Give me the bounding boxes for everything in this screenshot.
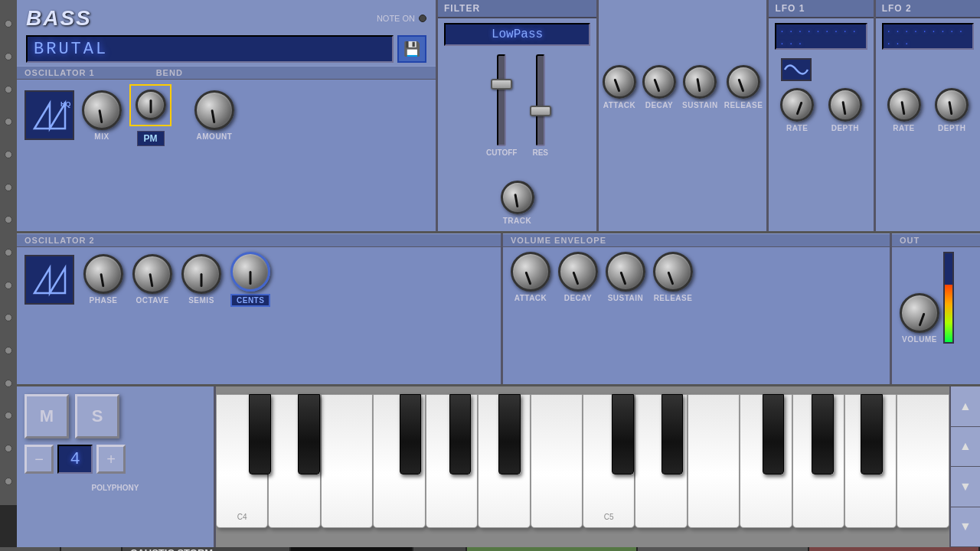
svg-marker-2 (34, 268, 65, 293)
lfo1-depth-group: DEPTH (828, 88, 862, 132)
pm-button[interactable]: PM (137, 131, 165, 146)
grid-view-button[interactable] (0, 547, 61, 551)
phase-knob[interactable] (83, 254, 123, 294)
bend-amount-knob[interactable] (194, 90, 234, 130)
semis-indicator (201, 273, 203, 287)
vol-attack-knob[interactable] (511, 252, 550, 292)
vol-attack-group: ATTACK (511, 252, 550, 302)
filter-decay-group: DECAY (642, 65, 676, 109)
scroll-up2-button[interactable]: ▲ (951, 427, 980, 468)
mix-label: MIX (94, 132, 109, 141)
scroll-up-button[interactable]: ▲ (951, 386, 980, 427)
vol-release-knob[interactable] (653, 252, 693, 292)
lfo2-rate-knob[interactable] (887, 88, 921, 122)
osc2-header: OSCILLATOR 2 (17, 233, 501, 247)
octave-knob[interactable] (132, 254, 172, 294)
filter-attack-knob[interactable] (603, 65, 636, 99)
filter-release-knob[interactable] (727, 65, 760, 99)
sine-wave-svg (782, 60, 810, 80)
white-key-b5[interactable] (897, 394, 949, 528)
vol-env-panel: VOLUME ENVELOPE ATTACK DECAY (503, 233, 892, 384)
out-controls: VOLUME (900, 252, 972, 344)
black-key-cs4[interactable] (249, 394, 271, 474)
semis-knob[interactable] (181, 254, 221, 294)
lfo1-rate-knob[interactable] (780, 88, 814, 122)
lfo2-knobs: RATE DEPTH (876, 85, 980, 139)
filter-release-group: RELEASE (724, 65, 763, 109)
poly-minus-button[interactable]: − (24, 445, 54, 474)
out-label: OUT (900, 236, 920, 245)
main-container: BASS NOTE ON BRUTAL 💾 (0, 0, 980, 551)
play-button[interactable]: ▶ (467, 547, 638, 551)
mono-button[interactable]: M (24, 394, 69, 439)
lfo1-knobs: RATE DEPTH (769, 85, 873, 139)
mix-knob-group: MIX (82, 90, 122, 141)
res-slider[interactable] (536, 54, 545, 146)
filter-type-display[interactable]: LowPass (444, 23, 590, 46)
black-key-fs4[interactable] (400, 394, 422, 474)
black-key-gs4[interactable] (449, 394, 472, 474)
record-button[interactable]: ● (809, 547, 980, 551)
black-key-ds4[interactable] (298, 394, 320, 474)
lfo1-rate-label: RATE (786, 124, 808, 132)
white-key-b4[interactable] (531, 394, 583, 528)
top-section: BASS NOTE ON BRUTAL 💾 (17, 0, 980, 233)
lfo1-depth-knob[interactable] (828, 88, 862, 122)
lfo2-depth-knob[interactable] (935, 88, 969, 122)
mix-knob[interactable] (82, 90, 122, 130)
preset-display[interactable]: BRUTAL (26, 35, 394, 63)
cutoff-thumb[interactable] (491, 79, 512, 90)
vol-decay-group: DECAY (558, 252, 598, 302)
pm-knob[interactable] (136, 90, 166, 120)
polyphony-label-row: POLYPHONY (24, 480, 206, 494)
filter-track-knob[interactable] (501, 181, 534, 214)
black-key-cs5[interactable] (612, 394, 634, 474)
transport-buttons: ▶ ■ ● (467, 547, 980, 551)
bend-amount-group: AMOUNT (194, 90, 234, 141)
pattern-button[interactable]: PATTERN (291, 547, 413, 551)
cents-indicator (250, 271, 252, 285)
metronome-button[interactable] (413, 547, 467, 551)
osc2-wave-display[interactable] (24, 255, 74, 305)
lfo1-wave-icon[interactable] (781, 58, 812, 81)
black-key-as4[interactable] (498, 394, 521, 474)
dot (5, 216, 12, 223)
black-key-as5[interactable] (861, 394, 883, 474)
vol-sustain-knob[interactable] (606, 252, 645, 292)
filter-sliders: CUTOFF RES (438, 51, 596, 178)
pm-box[interactable] (129, 84, 172, 126)
black-key-gs5[interactable] (812, 394, 834, 474)
volume-knob[interactable] (900, 293, 939, 333)
stop-button[interactable]: ■ (638, 547, 808, 551)
volume-indicator (919, 313, 926, 327)
phase-indicator (100, 273, 104, 287)
lfo1-depth-label: DEPTH (831, 124, 859, 132)
save-button[interactable]: 💾 (397, 35, 426, 63)
cents-knob[interactable] (230, 252, 270, 292)
filter-sustain-knob[interactable] (683, 65, 717, 99)
vol-attack-label: ATTACK (514, 294, 547, 302)
lfo1-depth-indicator (841, 101, 846, 115)
res-thumb[interactable] (530, 106, 551, 116)
vol-decay-knob[interactable] (558, 252, 598, 292)
dot (5, 249, 12, 256)
dot (5, 347, 12, 354)
white-key-e5[interactable] (688, 394, 740, 528)
cutoff-slider[interactable] (497, 54, 506, 146)
scroll-down2-button[interactable]: ▼ (951, 507, 980, 548)
volume-knob-group: VOLUME (900, 293, 939, 344)
filter-decay-knob[interactable] (642, 65, 676, 99)
vol-attack-indicator (524, 272, 531, 285)
black-key-fs5[interactable] (763, 394, 785, 474)
poly-plus-button[interactable]: + (96, 445, 126, 474)
osc1-wave-display[interactable]: HQ (24, 90, 74, 140)
lfo2-depth-indicator (949, 101, 953, 115)
white-key-e4[interactable] (321, 394, 373, 528)
stutter-button[interactable]: S (75, 394, 119, 439)
list-view-button[interactable] (61, 547, 122, 551)
black-key-ds5[interactable] (662, 394, 684, 474)
scroll-down-button[interactable]: ▼ (951, 467, 980, 507)
filter-header: FILTER (438, 0, 596, 18)
osc1-section: HQ MIX (17, 80, 436, 231)
pm-group: PM (129, 84, 172, 146)
